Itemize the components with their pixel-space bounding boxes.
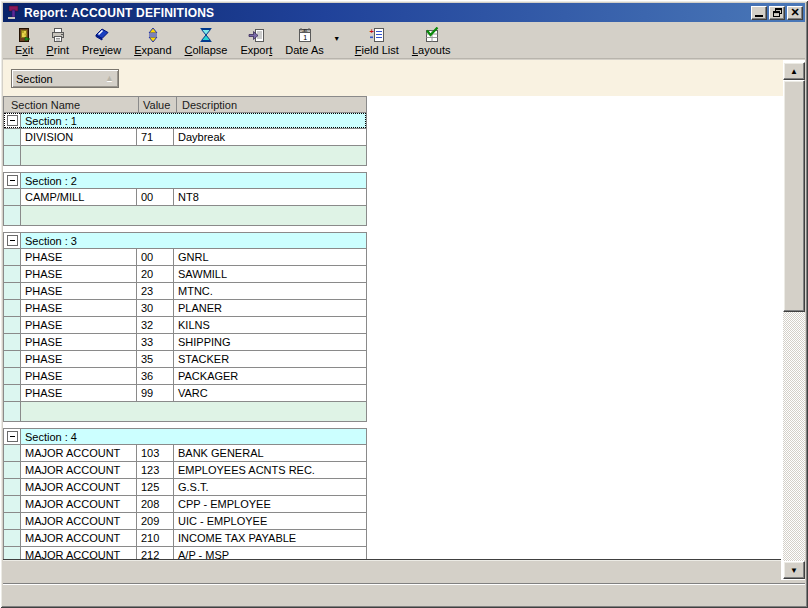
print-toolbar-button[interactable]: Print bbox=[40, 25, 75, 57]
collapse-minus-icon[interactable] bbox=[7, 235, 18, 246]
table-row[interactable]: MAJOR ACCOUNT125G.S.T. bbox=[3, 479, 367, 496]
section-group-row[interactable]: Section : 2 bbox=[3, 172, 367, 189]
value-cell[interactable]: 210 bbox=[137, 530, 174, 546]
table-row[interactable]: MAJOR ACCOUNT103BANK GENERAL bbox=[3, 445, 367, 462]
value-cell[interactable]: 125 bbox=[137, 479, 174, 495]
horizontal-scrollbar[interactable] bbox=[3, 559, 781, 580]
section-name-cell[interactable]: PHASE bbox=[21, 317, 137, 333]
table-row[interactable]: PHASE35STACKER bbox=[3, 351, 367, 368]
section-name-cell[interactable]: MAJOR ACCOUNT bbox=[21, 479, 137, 495]
scroll-down-button[interactable]: ▼ bbox=[783, 561, 805, 579]
scrollbar-thumb[interactable] bbox=[783, 80, 805, 312]
description-cell[interactable]: KILNS bbox=[174, 317, 366, 333]
section-name-cell[interactable]: PHASE bbox=[21, 385, 137, 401]
section-title[interactable]: Section : 4 bbox=[21, 429, 366, 444]
value-cell[interactable]: 00 bbox=[137, 189, 174, 205]
description-cell[interactable]: EMPLOYEES ACNTS REC. bbox=[174, 462, 366, 478]
value-cell[interactable]: 103 bbox=[137, 445, 174, 461]
description-cell[interactable]: NT8 bbox=[174, 189, 366, 205]
value-cell[interactable]: 30 bbox=[137, 300, 174, 316]
description-cell[interactable]: GNRL bbox=[174, 249, 366, 265]
section-name-cell[interactable]: PHASE bbox=[21, 266, 137, 282]
description-cell[interactable]: PLANER bbox=[174, 300, 366, 316]
section-name-cell[interactable]: PHASE bbox=[21, 249, 137, 265]
table-row[interactable]: PHASE20SAWMILL bbox=[3, 266, 367, 283]
table-row[interactable]: MAJOR ACCOUNT212A/P - MSP bbox=[3, 547, 367, 559]
description-cell[interactable]: SAWMILL bbox=[174, 266, 366, 282]
section-name-cell[interactable]: MAJOR ACCOUNT bbox=[21, 530, 137, 546]
close-button[interactable]: ✕ bbox=[787, 6, 803, 20]
description-cell[interactable]: MTNC. bbox=[174, 283, 366, 299]
export-toolbar-button[interactable]: Export bbox=[234, 25, 278, 57]
description-cell[interactable]: G.S.T. bbox=[174, 479, 366, 495]
description-cell[interactable]: A/P - MSP bbox=[174, 547, 366, 559]
section-name-cell[interactable]: PHASE bbox=[21, 283, 137, 299]
description-cell[interactable]: BANK GENERAL bbox=[174, 445, 366, 461]
value-cell[interactable]: 208 bbox=[137, 496, 174, 512]
table-row[interactable]: PHASE99VARC bbox=[3, 385, 367, 402]
value-cell[interactable]: 20 bbox=[137, 266, 174, 282]
table-row[interactable]: PHASE32KILNS bbox=[3, 317, 367, 334]
value-cell[interactable]: 33 bbox=[137, 334, 174, 350]
section-name-cell[interactable]: MAJOR ACCOUNT bbox=[21, 445, 137, 461]
table-row[interactable]: MAJOR ACCOUNT208CPP - EMPLOYEE bbox=[3, 496, 367, 513]
section-title[interactable]: Section : 2 bbox=[21, 173, 366, 188]
table-row[interactable]: MAJOR ACCOUNT210INCOME TAX PAYABLE bbox=[3, 530, 367, 547]
section-group-row[interactable]: Section : 3 bbox=[3, 232, 367, 249]
date-as-toolbar-button[interactable]: JAN1Date As bbox=[279, 25, 330, 57]
column-header-value[interactable]: Value bbox=[138, 97, 176, 112]
restore-button[interactable] bbox=[769, 6, 785, 20]
table-row[interactable]: DIVISION71Daybreak bbox=[3, 129, 367, 146]
value-cell[interactable]: 212 bbox=[137, 547, 174, 559]
value-cell[interactable]: 00 bbox=[137, 249, 174, 265]
value-cell[interactable]: 23 bbox=[137, 283, 174, 299]
collapse-minus-icon[interactable] bbox=[7, 431, 18, 442]
value-cell[interactable]: 123 bbox=[137, 462, 174, 478]
value-cell[interactable]: 32 bbox=[137, 317, 174, 333]
section-name-cell[interactable]: PHASE bbox=[21, 300, 137, 316]
collapse-minus-icon[interactable] bbox=[7, 115, 18, 126]
table-row[interactable]: PHASE36PACKAGER bbox=[3, 368, 367, 385]
section-name-cell[interactable]: CAMP/MILL bbox=[21, 189, 137, 205]
field-list-toolbar-button[interactable]: +Field List bbox=[349, 25, 405, 57]
column-header-section-name[interactable]: Section Name bbox=[4, 97, 138, 112]
section-name-cell[interactable]: PHASE bbox=[21, 334, 137, 350]
section-name-cell[interactable]: MAJOR ACCOUNT bbox=[21, 462, 137, 478]
section-name-cell[interactable]: PHASE bbox=[21, 368, 137, 384]
table-row[interactable]: CAMP/MILL00NT8 bbox=[3, 189, 367, 206]
preview-toolbar-button[interactable]: Preview bbox=[76, 25, 127, 57]
section-name-cell[interactable]: DIVISION bbox=[21, 129, 137, 145]
section-group-row[interactable]: Section : 1 bbox=[3, 112, 367, 129]
expand-toolbar-button[interactable]: Expand bbox=[128, 25, 177, 57]
layouts-toolbar-button[interactable]: Layouts bbox=[406, 25, 457, 57]
description-cell[interactable]: CPP - EMPLOYEE bbox=[174, 496, 366, 512]
section-name-cell[interactable]: MAJOR ACCOUNT bbox=[21, 513, 137, 529]
table-row[interactable]: PHASE30PLANER bbox=[3, 300, 367, 317]
description-cell[interactable]: Daybreak bbox=[174, 129, 366, 145]
value-cell[interactable]: 36 bbox=[137, 368, 174, 384]
value-cell[interactable]: 71 bbox=[137, 129, 174, 145]
table-row[interactable]: PHASE00GNRL bbox=[3, 249, 367, 266]
section-name-cell[interactable]: MAJOR ACCOUNT bbox=[21, 496, 137, 512]
section-name-cell[interactable]: MAJOR ACCOUNT bbox=[21, 547, 137, 559]
section-title[interactable]: Section : 1 bbox=[21, 113, 366, 128]
value-cell[interactable]: 35 bbox=[137, 351, 174, 367]
exit-toolbar-button[interactable]: Exit bbox=[9, 25, 39, 57]
group-by-section-button[interactable]: Section ▲ bbox=[11, 69, 119, 88]
description-cell[interactable]: UIC - EMPLOYEE bbox=[174, 513, 366, 529]
description-cell[interactable]: PACKAGER bbox=[174, 368, 366, 384]
value-cell[interactable]: 209 bbox=[137, 513, 174, 529]
collapse-toolbar-button[interactable]: Collapse bbox=[179, 25, 234, 57]
column-header-description[interactable]: Description bbox=[176, 97, 366, 112]
table-row[interactable]: MAJOR ACCOUNT123EMPLOYEES ACNTS REC. bbox=[3, 462, 367, 479]
description-cell[interactable]: INCOME TAX PAYABLE bbox=[174, 530, 366, 546]
table-row[interactable]: PHASE23MTNC. bbox=[3, 283, 367, 300]
collapse-minus-icon[interactable] bbox=[7, 175, 18, 186]
date-as-dropdown-button[interactable]: ▼ bbox=[331, 29, 343, 47]
value-cell[interactable]: 99 bbox=[137, 385, 174, 401]
scroll-up-button[interactable]: ▲ bbox=[783, 62, 805, 80]
section-group-row[interactable]: Section : 4 bbox=[3, 428, 367, 445]
table-row[interactable]: PHASE33SHIPPING bbox=[3, 334, 367, 351]
description-cell[interactable]: STACKER bbox=[174, 351, 366, 367]
description-cell[interactable]: SHIPPING bbox=[174, 334, 366, 350]
